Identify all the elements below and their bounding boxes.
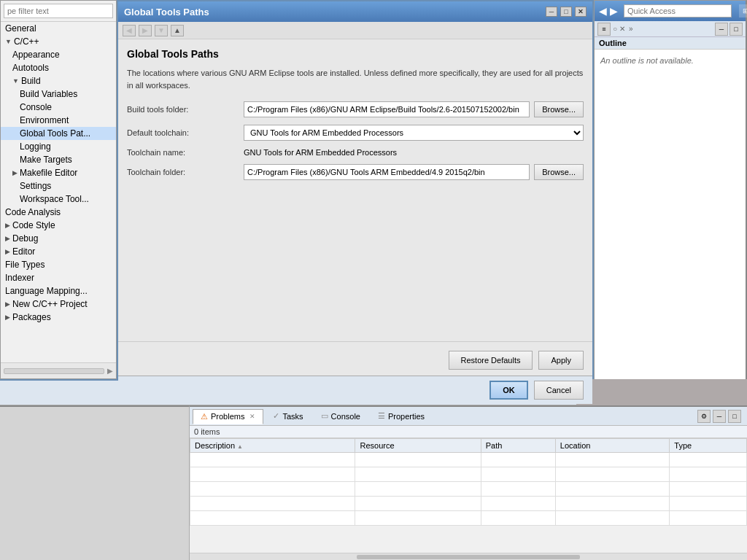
cancel-button[interactable]: Cancel: [534, 381, 584, 400]
col-resource[interactable]: Resource: [355, 439, 481, 453]
tasks-tab-label: Tasks: [282, 412, 303, 421]
console-icon: ▭: [321, 411, 328, 421]
cpp-arrow: ▼: [5, 38, 12, 45]
dialog-titlebar: Global Tools Paths ─ □ ✕: [118, 1, 592, 22]
console-label: Console: [20, 102, 52, 112]
language-mappings-label: Language Mapping...: [5, 286, 88, 296]
quick-access-input[interactable]: [624, 4, 732, 18]
right-toolbar-icons: ⊞ C/C++: [739, 4, 747, 18]
scroll-arrow[interactable]: ▶: [107, 367, 113, 375]
sidebar-item-build-variables[interactable]: Build Variables: [1, 88, 116, 101]
bottom-icon-1[interactable]: ⚙: [697, 410, 711, 423]
sidebar-item-logging[interactable]: Logging: [1, 140, 116, 153]
sidebar-item-global-tools[interactable]: Global Tools Pat...: [1, 127, 116, 140]
forward-button[interactable]: ▶: [139, 25, 152, 36]
col-path[interactable]: Path: [481, 439, 555, 453]
toolbar-icon-2[interactable]: ▶: [610, 4, 618, 18]
sidebar-item-language-mappings[interactable]: Language Mapping...: [1, 284, 116, 298]
sidebar-item-code-analysis[interactable]: Code Analysis: [1, 206, 116, 219]
file-types-label: File Types: [5, 260, 44, 270]
code-analysis-label: Code Analysis: [5, 207, 61, 217]
outline-separator: ○: [613, 25, 617, 33]
sidebar-item-cpp[interactable]: ▼C/C++: [1, 35, 116, 48]
maximize-button[interactable]: □: [560, 7, 572, 17]
dialog-nav: ◀ ▶ ▼ ▲: [118, 22, 592, 39]
empty-cell: [190, 453, 355, 467]
tree-area: General ▼C/C++ Appearance Autotools ▼Bui…: [1, 22, 116, 362]
problems-tab-close[interactable]: ✕: [249, 413, 255, 420]
layout-icon[interactable]: ⊞: [739, 4, 747, 18]
general-label: General: [5, 23, 36, 34]
col-type[interactable]: Type: [670, 439, 747, 453]
problems-tab-label: Problems: [211, 412, 244, 421]
bottom-hscroll[interactable]: [190, 553, 747, 560]
sidebar-item-general[interactable]: General: [1, 22, 116, 35]
tab-console[interactable]: ▭ Console: [313, 408, 368, 424]
sidebar-item-settings[interactable]: Settings: [1, 179, 116, 192]
sidebar-item-file-types[interactable]: File Types: [1, 258, 116, 271]
default-toolchain-label: Default toolchain:: [127, 128, 244, 137]
restore-defaults-button[interactable]: Restore Defaults: [449, 351, 533, 370]
up-button[interactable]: ▲: [171, 25, 184, 36]
preferences-panel: General ▼C/C++ Appearance Autotools ▼Bui…: [0, 0, 117, 379]
sidebar-item-code-style[interactable]: ▶Code Style: [1, 219, 116, 232]
tab-properties[interactable]: ☰ Properties: [370, 408, 433, 424]
dropdown-button[interactable]: ▼: [155, 25, 168, 36]
outline-icon-1[interactable]: ≡: [597, 23, 611, 36]
tab-tasks[interactable]: ✓ Tasks: [265, 408, 311, 424]
editor-label: Editor: [12, 246, 35, 257]
outline-minimize-icon[interactable]: ─: [715, 23, 728, 36]
tab-problems[interactable]: ⚠ Problems ✕: [193, 409, 263, 424]
global-tools-label: Global Tools Pat...: [20, 128, 90, 139]
dialog-title: Global Tools Paths: [124, 7, 209, 18]
new-cpp-arrow: ▶: [5, 300, 10, 308]
packages-arrow: ▶: [5, 314, 10, 321]
sidebar-item-appearance[interactable]: Appearance: [1, 48, 116, 61]
bottom-maximize[interactable]: □: [728, 410, 741, 423]
col-description[interactable]: Description ▲: [190, 439, 355, 453]
toolchain-folder-label: Toolchain folder:: [127, 168, 244, 176]
minimize-button[interactable]: ─: [546, 7, 557, 17]
sidebar-item-debug[interactable]: ▶Debug: [1, 232, 116, 245]
logging-label: Logging: [20, 141, 51, 152]
table-row-empty-3: [190, 482, 747, 497]
sidebar-item-make-targets[interactable]: Make Targets: [1, 153, 116, 166]
col-location[interactable]: Location: [555, 439, 669, 453]
environment-label: Environment: [20, 115, 69, 125]
sidebar-item-new-cpp-project[interactable]: ▶New C/C++ Project: [1, 298, 116, 311]
horizontal-scrollbar[interactable]: [4, 368, 104, 374]
build-variables-label: Build Variables: [20, 89, 77, 99]
toolbar-icon-1[interactable]: ◀: [599, 4, 607, 18]
sidebar-item-autotools[interactable]: Autotools: [1, 61, 116, 74]
filter-input[interactable]: [4, 4, 113, 18]
sidebar-item-indexer[interactable]: Indexer: [1, 271, 116, 284]
hscroll-thumb[interactable]: [357, 555, 580, 559]
ok-button[interactable]: OK: [489, 381, 528, 400]
close-button[interactable]: ✕: [575, 7, 587, 17]
toolchain-dropdown[interactable]: GNU Tools for ARM Embedded Processors: [244, 125, 584, 141]
outline-title: Outline: [595, 37, 746, 50]
sidebar-item-build[interactable]: ▼Build: [1, 74, 116, 88]
toolchain-name-row: Toolchain name: GNU Tools for ARM Embedd…: [127, 148, 584, 157]
toolchain-folder-browse-button[interactable]: Browse...: [534, 164, 584, 180]
description-header: Description: [195, 441, 235, 450]
build-tools-browse-button[interactable]: Browse...: [534, 101, 584, 117]
back-button[interactable]: ◀: [123, 25, 136, 36]
sidebar-item-editor[interactable]: ▶Editor: [1, 245, 116, 258]
sidebar-item-workspace-tools[interactable]: Workspace Tool...: [1, 192, 116, 206]
sidebar-item-makefile-editor[interactable]: ▶Makefile Editor: [1, 166, 116, 179]
cpp-label: C/C++: [14, 36, 39, 47]
bottom-minimize[interactable]: ─: [713, 410, 726, 423]
sidebar-item-packages[interactable]: ▶Packages: [1, 311, 116, 324]
outline-close-icon[interactable]: ✕: [619, 25, 625, 33]
bottom-toolbar-icons: ⚙ ─ □: [694, 410, 744, 423]
build-tools-input[interactable]: [244, 101, 530, 117]
properties-icon: ☰: [378, 411, 385, 421]
sidebar-item-console[interactable]: Console: [1, 101, 116, 114]
apply-button[interactable]: Apply: [538, 351, 584, 370]
toolchain-folder-input[interactable]: [244, 164, 530, 180]
outline-maximize-icon[interactable]: □: [729, 23, 743, 36]
outline-icons-right: ─ □: [715, 23, 743, 36]
autotools-label: Autotools: [12, 63, 49, 73]
sidebar-item-environment[interactable]: Environment: [1, 114, 116, 127]
